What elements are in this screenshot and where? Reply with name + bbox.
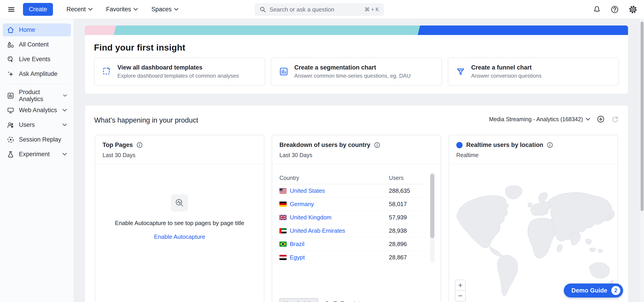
sidebar-item-web-analytics[interactable]: Web Analytics — [3, 104, 71, 117]
info-icon[interactable] — [547, 142, 553, 148]
chevron-down-icon — [88, 8, 92, 11]
country-link[interactable]: United Kingdom — [280, 214, 332, 221]
country-link[interactable]: United States — [280, 187, 325, 194]
info-icon[interactable] — [136, 142, 143, 148]
country-link[interactable]: Brazil — [280, 241, 304, 248]
page-scrollbar-thumb[interactable] — [640, 22, 644, 211]
card-view-dashboard-templates[interactable]: View all dashboard templates Explore das… — [94, 58, 265, 86]
product-analytics-icon — [7, 92, 14, 99]
country-users: 288,635 — [389, 187, 410, 194]
sidebar-item-home[interactable]: Home — [3, 24, 71, 36]
funnel-chart-icon — [456, 67, 465, 76]
menu-favorites[interactable]: Favorites — [106, 6, 138, 13]
card-create-funnel-chart[interactable]: Create a funnel chart Answer conversion … — [448, 58, 619, 86]
country-name: United Arab Emirates — [290, 227, 345, 234]
project-selector[interactable]: Media Streaming - Analytics (168342) — [489, 116, 590, 122]
table-row: Egypt 28,867 — [280, 251, 426, 264]
table-row: United Kingdom 57,939 — [280, 211, 426, 224]
country-link[interactable]: Egypt — [280, 254, 305, 261]
top-pages-card: Top Pages Last 30 Days Enable Autocaptur… — [95, 135, 264, 302]
main-content: Find your first insight View all dashboa… — [74, 19, 644, 302]
sparkles-icon — [7, 70, 14, 78]
user-activity-chip[interactable]: User Activity — [280, 298, 318, 302]
chevron-down-icon — [63, 94, 67, 97]
insight-banner: Find your first insight View all dashboa… — [85, 26, 628, 94]
germany-flag-icon — [280, 202, 286, 207]
menu-recent-label: Recent — [66, 6, 86, 13]
refresh-icon[interactable] — [611, 115, 619, 123]
sidebar-item-label: Live Events — [19, 56, 50, 63]
autocapture-empty-icon — [171, 194, 188, 212]
hamburger-menu-icon[interactable] — [7, 5, 16, 14]
demo-guide-button[interactable]: Demo Guide 2 — [564, 283, 623, 297]
country-name: United States — [290, 187, 325, 194]
search-shortcut: ⌘ + K — [364, 7, 379, 13]
sidebar-item-live-events[interactable]: Live Events — [3, 53, 71, 66]
country-breakdown-card: Breakdown of users by country Last 30 Da… — [272, 135, 441, 302]
menu-favorites-label: Favorites — [106, 6, 131, 13]
add-card-icon[interactable] — [597, 115, 604, 123]
chevron-down-icon — [174, 8, 178, 11]
chevron-down-icon — [62, 153, 67, 156]
top-pages-range: Last 30 Days — [102, 152, 257, 159]
sidebar-item-label: Web Analytics — [19, 107, 57, 114]
settings-gear-icon[interactable] — [629, 5, 637, 14]
info-icon[interactable] — [374, 142, 380, 148]
sidebar-item-product-analytics[interactable]: Product Analytics — [3, 89, 71, 102]
country-breakdown-title: Breakdown of users by country — [280, 141, 370, 148]
sidebar-item-session-replay[interactable]: Session Replay — [3, 133, 71, 146]
table-scrollbar-thumb[interactable] — [430, 174, 434, 238]
search-input[interactable] — [270, 6, 361, 13]
sidebar-divider — [4, 84, 69, 84]
sidebar-item-experiment[interactable]: Experiment — [3, 148, 71, 161]
users-icon — [7, 121, 14, 129]
realtime-range: Realtime — [456, 152, 610, 159]
section-title: What’s happening in your product — [94, 116, 198, 124]
egypt-flag-icon — [280, 255, 286, 260]
search-bar[interactable]: ⌘ + K — [255, 3, 384, 16]
stripe-blue — [418, 26, 628, 35]
sidebar-item-users[interactable]: Users — [3, 118, 71, 131]
sidebar-item-all-content[interactable]: All Content — [3, 38, 71, 51]
web-analytics-icon — [7, 106, 14, 114]
go-to-template-label: Go To Template — [325, 300, 362, 302]
country-users: 28,938 — [389, 227, 407, 234]
country-name: Brazil — [290, 241, 304, 248]
country-name: Germany — [290, 201, 314, 208]
country-table: Country Users United States 288,635 — [280, 172, 426, 264]
map-zoom-out-button[interactable]: − — [456, 290, 465, 301]
banner-title: Find your first insight — [94, 43, 185, 53]
column-users: Users — [389, 175, 404, 181]
country-link[interactable]: Germany — [280, 201, 314, 208]
map-zoom-in-button[interactable]: + — [456, 280, 465, 290]
sidebar-item-label: Users — [19, 121, 35, 128]
menu-recent[interactable]: Recent — [66, 6, 92, 13]
sidebar-item-label: Product Analytics — [19, 89, 58, 103]
enable-autocapture-link[interactable]: Enable Autocapture — [154, 233, 205, 240]
go-to-template-link[interactable]: Go To Template → — [325, 300, 371, 302]
page-scrollbar — [640, 19, 644, 302]
sidebar-item-label: Home — [19, 26, 35, 33]
menu-spaces[interactable]: Spaces — [152, 6, 178, 13]
chevron-down-icon — [586, 118, 590, 121]
segmentation-chart-icon — [279, 67, 288, 76]
demo-guide-badge: 2 — [611, 286, 620, 295]
table-row: United Arab Emirates 28,938 — [280, 224, 426, 237]
world-map — [450, 165, 616, 302]
session-replay-icon — [7, 136, 14, 143]
create-button[interactable]: Create — [23, 3, 53, 16]
country-breakdown-range: Last 30 Days — [280, 152, 434, 159]
help-icon[interactable] — [611, 6, 619, 14]
all-content-icon — [7, 41, 14, 49]
chevron-down-icon — [134, 8, 138, 11]
card-create-segmentation-chart[interactable]: Create a segmentation chart Answer commo… — [271, 58, 442, 86]
notifications-bell-icon[interactable] — [593, 6, 601, 13]
experiment-flask-icon — [7, 150, 14, 158]
country-link[interactable]: United Arab Emirates — [280, 227, 345, 234]
menu-spaces-label: Spaces — [152, 6, 172, 13]
sidebar-item-ask-amplitude[interactable]: Ask Amplitude — [3, 68, 71, 80]
autocapture-empty-text: Enable Autocapture to see top pages by p… — [115, 220, 244, 227]
realtime-accent-dot — [456, 142, 462, 148]
banner-stripe — [85, 26, 628, 35]
realtime-title: Realtime users by location — [466, 141, 543, 148]
